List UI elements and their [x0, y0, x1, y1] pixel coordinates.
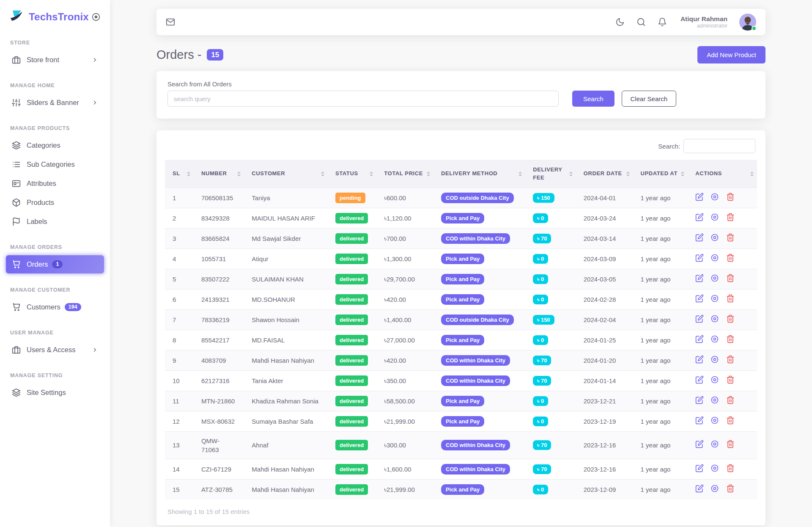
view-icon[interactable] — [710, 233, 719, 242]
cell-sl: 5 — [165, 269, 194, 289]
delivery-method-badge: COD within Dhaka City — [441, 375, 510, 386]
sidebar-item-products[interactable]: Products — [6, 193, 104, 212]
sidebar-item-sliders-banner[interactable]: Sliders & Banner — [6, 94, 104, 112]
delete-icon[interactable] — [726, 440, 735, 448]
edit-icon[interactable] — [695, 213, 704, 221]
view-icon[interactable] — [710, 416, 719, 425]
view-icon[interactable] — [710, 254, 719, 262]
chevron-right-icon — [92, 57, 98, 63]
delete-icon[interactable] — [726, 375, 735, 384]
column-header-delivery-method[interactable]: DELIVERY METHOD — [433, 160, 525, 188]
edit-icon[interactable] — [695, 294, 704, 303]
status-badge: delivered — [335, 464, 368, 475]
edit-icon[interactable] — [695, 274, 704, 282]
edit-icon[interactable] — [695, 484, 704, 493]
edit-icon[interactable] — [695, 416, 704, 425]
sidebar-item-store-front[interactable]: Store front — [6, 51, 104, 69]
edit-icon[interactable] — [695, 233, 704, 242]
edit-icon[interactable] — [695, 315, 704, 323]
view-icon[interactable] — [710, 375, 719, 384]
delete-icon[interactable] — [726, 315, 735, 323]
search-query-input[interactable] — [167, 91, 559, 107]
view-icon[interactable] — [710, 355, 719, 364]
delete-icon[interactable] — [726, 464, 735, 472]
delete-icon[interactable] — [726, 254, 735, 262]
table-row: 14 CZI-67129 Mahdi Hasan Nahiyan deliver… — [165, 459, 757, 479]
edit-icon[interactable] — [695, 440, 704, 448]
delete-icon[interactable] — [726, 233, 735, 242]
sidebar-collapse-toggle-icon[interactable] — [91, 12, 101, 22]
sidebar-item-labels[interactable]: Labels — [6, 212, 104, 231]
delete-icon[interactable] — [726, 484, 735, 493]
sort-carets-icon — [750, 171, 754, 176]
column-header-delivery-fee[interactable]: DELIVERY FEE — [525, 160, 576, 188]
view-icon[interactable] — [710, 193, 719, 201]
sidebar-item-attributes[interactable]: Attributes — [6, 174, 104, 193]
cell-sl: 2 — [165, 208, 194, 228]
view-icon[interactable] — [710, 484, 719, 493]
delete-icon[interactable] — [726, 396, 735, 404]
cell-number: 85542217 — [194, 330, 244, 350]
column-header-number[interactable]: NUMBER — [194, 160, 244, 188]
column-header-customer[interactable]: CUSTOMER — [244, 160, 328, 188]
delete-icon[interactable] — [726, 294, 735, 303]
edit-icon[interactable] — [695, 355, 704, 364]
view-icon[interactable] — [710, 315, 719, 323]
sidebar-item-categories[interactable]: Categories — [6, 136, 104, 155]
column-header-updated-at[interactable]: UPDATED AT — [633, 160, 688, 188]
status-badge: delivered — [335, 233, 368, 244]
search-button[interactable]: Search — [572, 91, 614, 107]
orders-count-badge: 1 — [52, 260, 63, 268]
sidebar-item-users-access[interactable]: Users & Access — [6, 341, 104, 359]
edit-icon[interactable] — [695, 254, 704, 262]
table-search-input[interactable] — [683, 139, 755, 153]
sidebar-item-sub-categories[interactable]: Sub Categories — [6, 155, 104, 174]
delete-icon[interactable] — [726, 274, 735, 282]
edit-icon[interactable] — [695, 396, 704, 404]
notifications-bell-icon[interactable] — [658, 17, 667, 27]
topbar: Atiqur Rahman administrator — [156, 9, 765, 35]
cell-status: delivered — [328, 228, 376, 248]
view-icon[interactable] — [710, 274, 719, 282]
view-icon[interactable] — [710, 464, 719, 472]
delivery-method-badge: COD outside Dhaka City — [441, 193, 514, 203]
view-icon[interactable] — [710, 396, 719, 404]
column-header-status[interactable]: STATUS — [328, 160, 376, 188]
add-new-product-button[interactable]: Add New Product — [697, 46, 765, 63]
edit-icon[interactable] — [695, 375, 704, 384]
sidebar-item-orders[interactable]: Orders 1 — [6, 255, 104, 273]
column-header-total-price[interactable]: TOTAL PRICE — [376, 160, 433, 188]
cell-number: CZI-67129 — [194, 459, 244, 479]
delete-icon[interactable] — [726, 213, 735, 221]
cell-status: delivered — [328, 411, 376, 431]
sliders-icon — [12, 98, 21, 107]
cell-total-price: ৳27,000.00 — [376, 330, 433, 350]
cell-delivery-method: COD within Dhaka City — [433, 228, 525, 248]
view-icon[interactable] — [710, 335, 719, 343]
delete-icon[interactable] — [726, 355, 735, 364]
cell-customer: MD.SOHANUR — [244, 289, 328, 309]
search-icon[interactable] — [636, 17, 646, 27]
cell-total-price: ৳350.00 — [376, 370, 433, 391]
clear-search-button[interactable]: Clear Search — [622, 91, 677, 107]
view-icon[interactable] — [710, 440, 719, 448]
avatar[interactable] — [739, 14, 756, 30]
sidebar-item-customers[interactable]: Customers 194 — [6, 298, 104, 316]
dark-mode-moon-icon[interactable] — [615, 17, 625, 27]
column-header-order-date[interactable]: ORDER DATE — [576, 160, 633, 188]
column-header-sl[interactable]: SL — [165, 160, 194, 188]
delete-icon[interactable] — [726, 193, 735, 201]
delete-icon[interactable] — [726, 335, 735, 343]
view-icon[interactable] — [710, 294, 719, 303]
delete-icon[interactable] — [726, 416, 735, 425]
view-icon[interactable] — [710, 213, 719, 221]
sidebar-item-site-settings[interactable]: Site Settings — [6, 384, 104, 402]
briefcase-icon — [12, 55, 21, 64]
column-header-actions[interactable]: ACTIONS — [688, 160, 757, 188]
mail-icon[interactable] — [166, 17, 175, 27]
edit-icon[interactable] — [695, 464, 704, 472]
edit-icon[interactable] — [695, 335, 704, 343]
cell-status: delivered — [328, 479, 376, 499]
table-search-label: Search: — [658, 143, 680, 150]
edit-icon[interactable] — [695, 193, 704, 201]
